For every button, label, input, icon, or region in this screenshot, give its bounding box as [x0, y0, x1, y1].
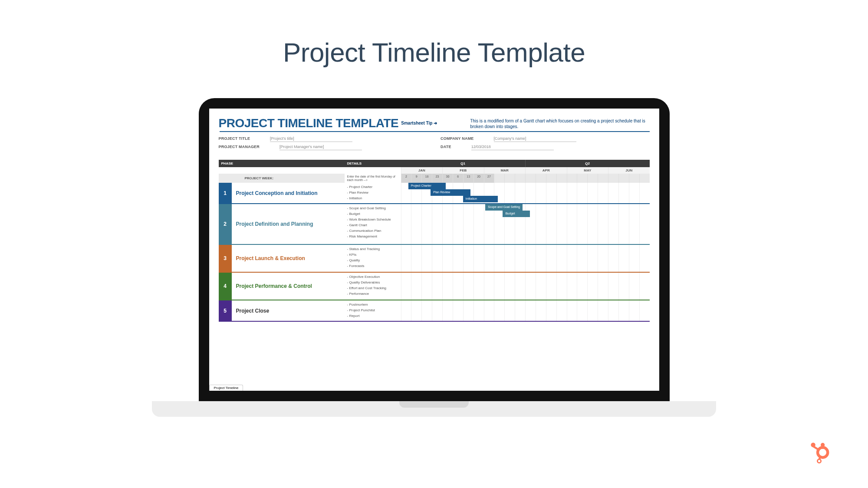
date-label: DATE	[441, 145, 451, 149]
week-cell[interactable]: 23	[432, 174, 442, 183]
gantt-bar[interactable]: Scope and Goal Setting	[485, 204, 523, 211]
phase-row: 2Project Definition and Planning- Scope …	[219, 204, 650, 245]
pm-input[interactable]: [Project Manager's name]	[279, 145, 362, 150]
week-cell-blank[interactable]	[567, 174, 577, 183]
detail-item: - Plan Review	[347, 190, 398, 195]
week-cell-blank[interactable]	[577, 174, 587, 183]
phase-row: 1Project Conception and Initiation- Proj…	[219, 183, 650, 204]
laptop-stage: PROJECT TIMELINE TEMPLATE Smartsheet Tip…	[152, 98, 716, 417]
week-cell[interactable]: 20	[473, 174, 484, 183]
detail-item: - Forecasts	[347, 263, 398, 269]
company-label: COMPANY NAME	[441, 136, 474, 141]
gantt-table: PHASE DETAILS Q1 Q2 JANFEBMARAPRMAYJUN P…	[219, 160, 650, 322]
project-week-hint: Enter the date of the first Monday of ea…	[345, 174, 401, 183]
spreadsheet-screen: PROJECT TIMELINE TEMPLATE Smartsheet Tip…	[209, 109, 659, 391]
detail-item: - KPIs	[347, 252, 398, 257]
gantt-bar[interactable]: Plan Review	[431, 189, 470, 196]
month-cell: FEB	[442, 167, 484, 174]
detail-item: - Status and Tracking	[347, 246, 398, 252]
week-cell-blank[interactable]	[494, 174, 504, 183]
timeline-sheet: PROJECT TIMELINE TEMPLATE Smartsheet Tip…	[209, 109, 659, 322]
detail-item: - Risk Management	[347, 234, 398, 239]
phase-row: 4Project Performance & Control- Objectiv…	[219, 273, 650, 300]
week-cell-blank[interactable]	[608, 174, 618, 183]
detail-item: - Work Breakdown Schedule	[347, 217, 398, 222]
table-header-row: PHASE DETAILS Q1 Q2	[219, 160, 650, 167]
page-title: Project Timeline Template	[0, 0, 868, 68]
hubspot-logo-icon	[808, 439, 833, 466]
phase-number: 2	[219, 204, 232, 244]
detail-item: - Gantt Chart	[347, 222, 398, 228]
gantt-bar[interactable]: Budget	[503, 211, 530, 217]
detail-item: - Communication Plan	[347, 228, 398, 234]
date-input[interactable]: 12/03/2018	[471, 145, 554, 150]
pm-label: PROJECT MANAGER	[219, 145, 260, 149]
laptop-frame: PROJECT TIMELINE TEMPLATE Smartsheet Tip…	[199, 98, 670, 401]
gantt-area[interactable]	[401, 300, 650, 321]
detail-item: - Scope and Goal Setting	[347, 205, 398, 211]
svg-point-3	[817, 459, 821, 463]
week-cell-blank[interactable]	[536, 174, 546, 183]
week-cell-blank[interactable]	[639, 174, 650, 183]
week-cell[interactable]: 9	[411, 174, 421, 183]
month-cell: APR	[525, 167, 567, 174]
week-cell[interactable]: 27	[484, 174, 494, 183]
gantt-area[interactable]	[401, 245, 650, 272]
phase-name: Project Launch & Execution	[232, 245, 345, 272]
phase-number: 1	[219, 183, 232, 203]
detail-item: - Quality	[347, 257, 398, 263]
week-cell-blank[interactable]	[629, 174, 639, 183]
week-cell-blank[interactable]	[618, 174, 629, 183]
month-cell: MAR	[484, 167, 526, 174]
detail-item: - Objective Execution	[347, 274, 398, 280]
detail-item: - Initiation	[347, 195, 398, 201]
header-rule	[220, 131, 650, 132]
gantt-bar[interactable]: Initiation	[463, 196, 498, 202]
gantt-bar[interactable]: Project Charter	[408, 183, 446, 189]
phase-number: 4	[219, 273, 232, 300]
week-cell-blank[interactable]	[515, 174, 525, 183]
month-cell: JUN	[608, 167, 650, 174]
phase-number: 5	[219, 300, 232, 321]
svg-rect-4	[822, 446, 824, 449]
week-cell[interactable]: 6	[453, 174, 463, 183]
detail-item: - Project Charter	[347, 184, 398, 190]
week-cell[interactable]: 13	[463, 174, 473, 183]
tip-label: Smartsheet Tip ➜	[401, 121, 437, 125]
week-cell-blank[interactable]	[587, 174, 598, 183]
detail-item: - Report	[347, 313, 398, 319]
week-cell-blank[interactable]	[546, 174, 556, 183]
week-cell-blank[interactable]	[598, 174, 608, 183]
laptop-notch	[399, 401, 469, 408]
col-details: DETAILS	[345, 160, 401, 167]
gantt-area[interactable]: Project CharterPlan ReviewInitiation	[401, 183, 650, 203]
week-cell[interactable]: 2	[401, 174, 411, 183]
svg-point-0	[818, 448, 828, 458]
week-cell[interactable]: 16	[421, 174, 432, 183]
gantt-area[interactable]	[401, 273, 650, 300]
laptop-base	[152, 401, 716, 417]
detail-item: - Effort and Cost Tracking	[347, 285, 398, 291]
sheet-title: PROJECT TIMELINE TEMPLATE	[219, 116, 399, 130]
phase-details: - Postmortem- Project Punchlist- Report	[345, 300, 401, 321]
project-title-input[interactable]: [Project's title]	[270, 136, 352, 142]
phase-name: Project Conception and Initiation	[232, 183, 345, 203]
gantt-area[interactable]: Scope and Goal SettingBudget	[401, 204, 650, 244]
week-cell[interactable]: 30	[442, 174, 453, 183]
phase-name: Project Performance & Control	[232, 273, 345, 300]
phase-details: - Scope and Goal Setting- Budget- Work B…	[345, 204, 401, 244]
phase-row: 5Project Close- Postmortem- Project Punc…	[219, 300, 650, 322]
project-week-label: PROJECT WEEK:	[219, 174, 345, 183]
detail-item: - Budget	[347, 211, 398, 217]
phase-details: - Status and Tracking- KPIs- Quality- Fo…	[345, 245, 401, 272]
phase-number: 3	[219, 245, 232, 272]
col-q2: Q2	[526, 160, 650, 167]
week-cell-blank[interactable]	[504, 174, 515, 183]
week-cell-blank[interactable]	[525, 174, 536, 183]
sheet-tab[interactable]: Project Timeline	[209, 385, 243, 391]
company-input[interactable]: [Company's name]	[494, 136, 576, 142]
phase-name: Project Close	[232, 300, 345, 321]
tip-text: This is a modified form of a Gantt chart…	[470, 118, 649, 129]
week-row: PROJECT WEEK: Enter the date of the firs…	[219, 174, 650, 183]
week-cell-blank[interactable]	[556, 174, 567, 183]
